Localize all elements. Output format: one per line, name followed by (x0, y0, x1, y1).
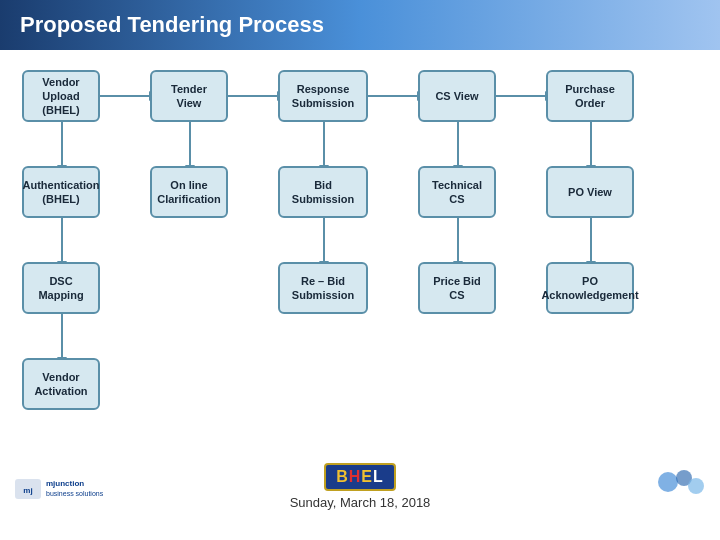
page-title: Proposed Tendering Process (20, 12, 324, 37)
box-re-bid-submission: Re – Bid Submission (278, 262, 368, 314)
main-content: Vendor Upload (BHEL) Tender View Respons… (0, 50, 720, 510)
box-tender-view: Tender View (150, 70, 228, 122)
box-vendor-activation: Vendor Activation (22, 358, 100, 410)
bhel-logo: BHEL (324, 463, 396, 491)
box-po-view: PO View (546, 166, 634, 218)
box-bid-submission: Bid Submission (278, 166, 368, 218)
footer: BHEL Sunday, March 18, 2018 (0, 463, 720, 510)
box-online-clarification: On line Clarification (150, 166, 228, 218)
box-authentication: Authentication (BHEL) (22, 166, 100, 218)
box-vendor-upload: Vendor Upload (BHEL) (22, 70, 100, 122)
box-technical-cs: Technical CS (418, 166, 496, 218)
box-po-acknowledgement: PO Acknowledgement (546, 262, 634, 314)
box-response-submission: Response Submission (278, 70, 368, 122)
box-cs-view: CS View (418, 70, 496, 122)
svg-point-4 (688, 478, 704, 494)
box-price-bid-cs: Price Bid CS (418, 262, 496, 314)
mjunction-logo: mj mjunctionbusiness solutions (14, 478, 103, 500)
svg-point-2 (658, 472, 678, 492)
box-purchase-order: Purchase Order (546, 70, 634, 122)
svg-text:mj: mj (23, 486, 32, 495)
box-dsc-mapping: DSC Mapping (22, 262, 100, 314)
decorative-circles (658, 468, 706, 500)
footer-date: Sunday, March 18, 2018 (290, 495, 431, 510)
header: Proposed Tendering Process (0, 0, 720, 50)
